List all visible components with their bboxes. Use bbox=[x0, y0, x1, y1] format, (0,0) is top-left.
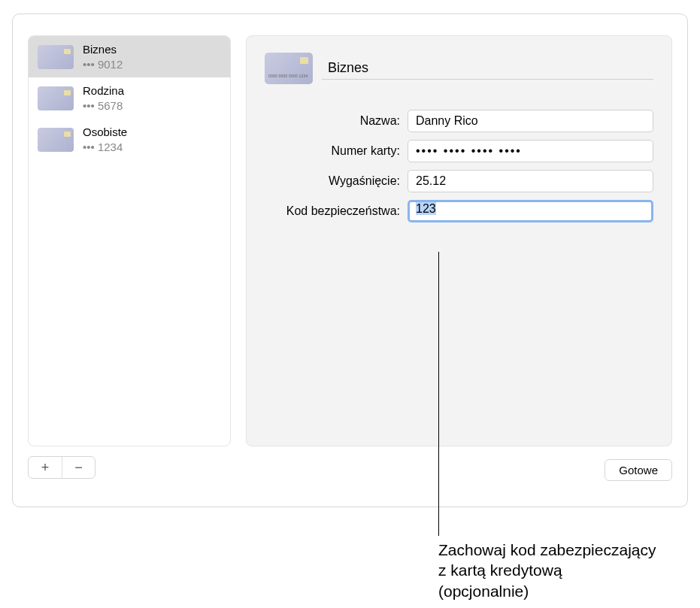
content-area: Biznes ••• 9012 Rodzina ••• 5678 Osobist… bbox=[28, 35, 672, 446]
form-row-name: Nazwa: bbox=[265, 110, 653, 132]
security-code-label: Kod bezpieczeństwa: bbox=[265, 204, 408, 218]
card-list-sidebar: Biznes ••• 9012 Rodzina ••• 5678 Osobist… bbox=[28, 35, 231, 446]
sidebar-toolbar: + − bbox=[28, 456, 95, 479]
card-list-item[interactable]: Osobiste ••• 1234 bbox=[29, 119, 230, 160]
expiry-label: Wygaśnięcie: bbox=[265, 174, 408, 188]
card-list-item[interactable]: Biznes ••• 9012 bbox=[29, 36, 230, 77]
card-list-item[interactable]: Rodzina ••• 5678 bbox=[29, 77, 230, 119]
card-item-text: Biznes ••• 9012 bbox=[83, 42, 123, 71]
form-row-expiry: Wygaśnięcie: bbox=[265, 170, 653, 192]
callout-leader-line bbox=[438, 252, 439, 536]
card-title-input[interactable] bbox=[322, 57, 653, 80]
number-label: Numer karty: bbox=[265, 144, 408, 158]
card-item-last-digits: ••• 1234 bbox=[83, 140, 127, 155]
plus-icon: + bbox=[41, 460, 50, 476]
card-item-name: Osobiste bbox=[83, 125, 127, 140]
card-item-name: Rodzina bbox=[83, 83, 124, 98]
credit-card-icon bbox=[265, 53, 313, 84]
card-item-name: Biznes bbox=[83, 42, 123, 57]
done-button[interactable]: Gotowe bbox=[605, 459, 672, 481]
credit-card-icon bbox=[38, 86, 74, 110]
form-row-security: Kod bezpieczeństwa: 123 bbox=[265, 200, 653, 222]
name-input[interactable] bbox=[408, 110, 653, 132]
card-item-last-digits: ••• 5678 bbox=[83, 98, 124, 113]
card-item-last-digits: ••• 9012 bbox=[83, 57, 123, 72]
minus-icon: − bbox=[74, 460, 83, 476]
add-card-button[interactable]: + bbox=[29, 457, 62, 478]
credit-card-icon bbox=[38, 45, 74, 69]
credit-card-settings-window: Biznes ••• 9012 Rodzina ••• 5678 Osobist… bbox=[12, 14, 688, 507]
remove-card-button[interactable]: − bbox=[62, 457, 95, 478]
name-label: Nazwa: bbox=[265, 114, 408, 128]
card-item-text: Rodzina ••• 5678 bbox=[83, 83, 124, 113]
callout-text: Zachowaj kod zabezpieczający z kartą kre… bbox=[438, 540, 656, 601]
security-code-input[interactable]: 123 bbox=[408, 200, 653, 222]
detail-header bbox=[265, 53, 653, 84]
credit-card-icon bbox=[38, 128, 74, 152]
number-input[interactable] bbox=[408, 140, 653, 162]
expiry-input[interactable] bbox=[408, 170, 653, 192]
form-row-number: Numer karty: bbox=[265, 140, 653, 162]
card-detail-panel: Nazwa: Numer karty: Wygaśnięcie: Kod bez… bbox=[246, 35, 672, 446]
card-item-text: Osobiste ••• 1234 bbox=[83, 125, 127, 154]
